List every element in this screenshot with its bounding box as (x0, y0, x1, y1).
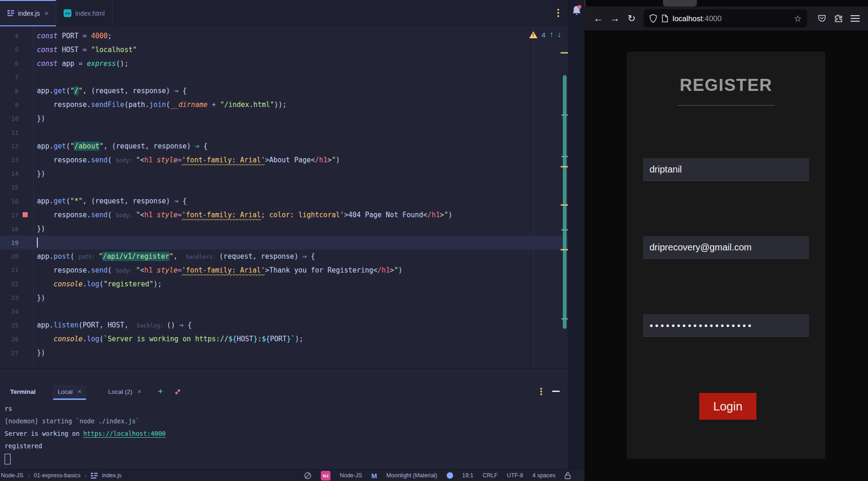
code-line: 17 response.send( body: "<h1 style='font… (0, 208, 568, 222)
line-number: 23 (0, 294, 18, 301)
new-terminal-icon[interactable]: + (158, 386, 163, 397)
terminal-tab-label: Local (58, 388, 72, 395)
caret-position[interactable]: 19:1 (462, 472, 473, 479)
terminal-line: [nodemon] starting `node ./index.js` (5, 415, 140, 427)
notification-bell-icon[interactable] (571, 5, 582, 17)
password-input[interactable]: ●●●●●●●●●●●●●●●●●●● (643, 314, 809, 337)
tab-label: index.html (75, 10, 105, 17)
tab-index-html[interactable]: <> index.html (56, 0, 112, 26)
inspection-widget[interactable]: ! 4 ↑ ↓ (529, 30, 561, 39)
line-number: 25 (0, 322, 18, 329)
node-js-badge[interactable]: NJ (321, 471, 331, 481)
theme-label[interactable]: Moonlight (Material) (386, 472, 437, 479)
login-button[interactable]: Login (699, 393, 756, 420)
line-number: 8 (0, 88, 18, 95)
js-file-icon (91, 473, 98, 479)
node-js-label[interactable]: Node-JS (340, 472, 362, 479)
code-line: 23}) (0, 291, 568, 305)
line-ending[interactable]: CRLF (483, 472, 498, 479)
code-line: 26 console.log(`Server is working on htt… (0, 332, 568, 346)
code-editor[interactable]: 4const PORT = 4000;5const HOST = "localh… (0, 26, 568, 368)
code-line: 19 (0, 236, 568, 249)
code-line: 8app.get("/", (request, response) ⇒ { (0, 84, 568, 98)
terminal-tab-local-2[interactable]: Local (2) × (104, 385, 146, 398)
line-number: 18 (0, 226, 18, 232)
html-file-icon: <> (64, 9, 71, 17)
browser-titlebar (585, 0, 868, 6)
code-line: 13 response.send( body: "<h1 style='font… (0, 153, 568, 167)
pocket-icon[interactable] (814, 10, 830, 27)
reload-button[interactable]: ↻ (623, 10, 640, 27)
close-icon[interactable]: × (137, 388, 141, 395)
ide-right-toolbar (568, 0, 585, 469)
url-text[interactable]: localhost:4000 (673, 14, 790, 23)
next-warning-icon[interactable]: ↓ (557, 30, 561, 39)
js-file-icon (7, 10, 14, 16)
hamburger-menu-icon[interactable] (850, 15, 860, 22)
shield-icon[interactable] (649, 14, 657, 23)
line-number: 15 (0, 184, 18, 191)
line-number: 21 (0, 267, 18, 273)
breadcrumb-project[interactable]: Node-JS (1, 472, 24, 479)
browser-window: ← → ↻ localhost:4000 ☆ REGISTER driptani… (585, 0, 868, 481)
status-bar: Node-JS › 01-express-basics › index.js N… (0, 469, 585, 481)
line-number: 9 (0, 101, 18, 108)
line-number: 16 (0, 198, 18, 205)
line-number: 5 (0, 46, 18, 53)
indent-setting[interactable]: 4 spaces (532, 472, 555, 479)
code-line: 24 (0, 304, 568, 318)
url-bar[interactable]: localhost:4000 ☆ (644, 9, 807, 28)
line-number: 24 (0, 308, 18, 315)
warning-count: 4 (542, 31, 545, 39)
chevron-right-icon: › (85, 472, 87, 479)
line-number: 17 (0, 212, 18, 219)
terminal-link[interactable]: https://localhost:4000 (83, 430, 166, 437)
ide-window: index.js × <> index.html 4const PORT = 4… (0, 0, 585, 481)
email-input[interactable]: driprecovery@gmail.com (643, 236, 809, 259)
line-number: 19 (0, 239, 18, 246)
expand-terminal-icon[interactable] (174, 388, 181, 395)
line-marker (23, 212, 28, 217)
breadcrumb-file[interactable]: index.js (102, 472, 121, 479)
minimize-terminal-icon[interactable] (552, 391, 560, 392)
prev-warning-icon[interactable]: ↑ (549, 30, 553, 39)
terminal-tab-local[interactable]: Local × (53, 385, 86, 398)
highlighting-off-icon[interactable] (304, 472, 312, 480)
url-host: localhost (673, 14, 703, 23)
unlock-icon[interactable] (565, 472, 571, 479)
close-icon[interactable]: × (44, 9, 48, 17)
tab-label: index.js (18, 10, 40, 17)
line-number: 7 (0, 74, 18, 81)
code-line: 12app.get("/about", (request, response) … (0, 139, 568, 153)
close-icon[interactable]: × (78, 388, 82, 395)
page-info-icon[interactable] (661, 14, 668, 23)
username-input[interactable]: driptanil (643, 158, 809, 181)
browser-toolbar: ← → ↻ localhost:4000 ☆ (585, 6, 868, 30)
accent-color-dot[interactable] (447, 472, 453, 479)
text-caret (37, 238, 38, 248)
browser-tab[interactable] (663, 0, 697, 6)
terminal-options-icon[interactable] (540, 382, 542, 401)
chevron-right-icon: › (28, 472, 30, 479)
line-number: 13 (0, 156, 18, 163)
code-line: 20app.post( path: "/api/v1/register", ha… (0, 249, 568, 263)
status-widgets: NJ Node-JS M Moonlight (Material) 19:1 C… (304, 471, 571, 481)
title-divider (677, 105, 775, 106)
terminal-line: rs (5, 402, 12, 415)
bookmark-star-icon[interactable]: ☆ (794, 13, 802, 24)
terminal-tab-label: Local (2) (108, 388, 133, 395)
file-encoding[interactable]: UTF-8 (507, 472, 523, 479)
tab-index-js[interactable]: index.js × (0, 0, 56, 26)
forward-button[interactable]: → (607, 10, 623, 27)
extensions-puzzle-icon[interactable] (830, 10, 847, 27)
terminal-cursor (5, 454, 11, 464)
register-title: REGISTER (627, 76, 825, 95)
code-line: 10}) (0, 112, 568, 125)
tabbar-more-menu-icon[interactable] (555, 7, 562, 19)
back-button[interactable]: ← (590, 10, 607, 27)
code-line: 25app.listen(PORT, HOST, backlog: () ⇒ { (0, 318, 568, 332)
scrollbar-change-bar[interactable] (563, 75, 567, 329)
line-number: 22 (0, 280, 18, 287)
code-line: 27}) (0, 346, 568, 360)
breadcrumb-folder[interactable]: 01-express-basics (34, 472, 80, 479)
